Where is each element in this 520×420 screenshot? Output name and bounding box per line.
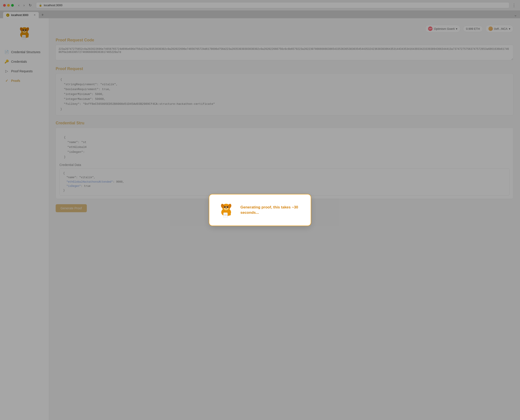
generating-proof-modal: Generating proof, this takes ~30 seconds…: [209, 194, 311, 226]
svg-point-19: [224, 206, 225, 208]
svg-point-31: [228, 213, 231, 216]
svg-point-24: [225, 208, 227, 209]
modal-message: Generating proof, this takes ~30 seconds…: [240, 205, 303, 215]
modal-overlay: Generating proof, this takes ~30 seconds…: [0, 0, 520, 420]
modal-corgi-icon: [217, 201, 235, 219]
svg-point-20: [227, 206, 228, 208]
svg-rect-27: [223, 213, 228, 218]
